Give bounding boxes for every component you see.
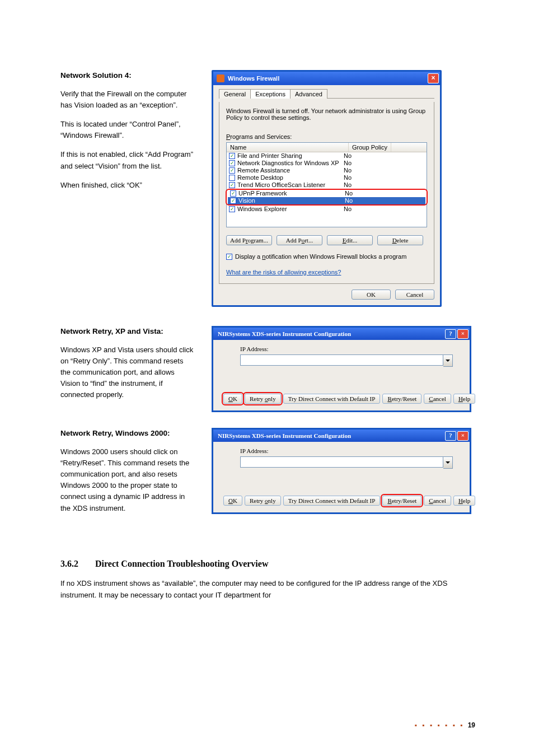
nir-config-dialog: NIRSystems XDS-series Instrument Configu… <box>212 428 471 514</box>
list-item-selected[interactable]: ✓VisionNo <box>228 197 425 204</box>
section-heading: 3.6.2Direct Connection Troubleshooting O… <box>60 557 475 571</box>
page-number: ▪ ▪ ▪ ▪ ▪ ▪ ▪ 19 <box>415 721 475 729</box>
close-icon[interactable]: × <box>457 329 469 339</box>
list-item[interactable]: ✓Trend Micro OfficeScan ListenerNo <box>227 181 427 189</box>
dialog-titlebar[interactable]: NIRSystems XDS-series Instrument Configu… <box>213 430 470 442</box>
dropdown-icon[interactable] <box>443 354 453 367</box>
list-label: Programs and Services: <box>226 133 427 140</box>
close-icon[interactable]: × <box>428 73 439 83</box>
ip-label: IP Address: <box>240 346 460 352</box>
help-button[interactable]: Help <box>453 394 475 404</box>
cancel-button[interactable]: Cancel <box>424 394 451 404</box>
para: If this is not enabled, click “Add Progr… <box>60 149 195 171</box>
dialog-title: NIRSystems XDS-series Instrument Configu… <box>218 432 351 439</box>
list-item[interactable]: ✓Remote AssistanceNo <box>227 167 427 174</box>
retry-reset-button[interactable]: Retry/Reset <box>382 394 421 404</box>
para: Windows 2000 users should click on “Retr… <box>60 446 195 514</box>
heading-net-sol-4: Network Solution 4: <box>60 70 195 82</box>
tab-advanced[interactable]: Advanced <box>290 89 327 99</box>
nir-config-dialog: NIRSystems XDS-series Instrument Configu… <box>212 326 471 412</box>
info-text: Windows Firewall is turned off. Your net… <box>226 108 427 121</box>
notify-label: Display a notification when Windows Fire… <box>235 253 406 260</box>
checkbox-icon[interactable]: ✓ <box>229 167 235 174</box>
help-icon[interactable]: ? <box>445 329 456 339</box>
checkbox-icon[interactable]: ✓ <box>230 190 236 197</box>
heading-retry-2000: Network Retry, Windows 2000: <box>60 428 195 440</box>
para: Verify that the Firewall on the computer… <box>60 88 195 111</box>
list-item[interactable]: Remote DesktopNo <box>227 174 427 181</box>
dropdown-icon[interactable] <box>443 456 453 469</box>
dialog-titlebar[interactable]: NIRSystems XDS-series Instrument Configu… <box>213 328 470 340</box>
para: If no XDS instrument shows as “available… <box>60 578 475 601</box>
direct-connect-button[interactable]: Try Direct Connect with Default IP <box>283 496 381 506</box>
checkbox-icon[interactable]: ✓ <box>229 182 235 188</box>
programs-list[interactable]: Name Group Policy ✓File and Printer Shar… <box>226 142 427 227</box>
help-icon[interactable]: ? <box>445 431 456 441</box>
windows-firewall-dialog: Windows Firewall × General Exceptions Ad… <box>212 70 442 307</box>
para: When finished, click “OK” <box>60 180 195 191</box>
checkbox-icon[interactable]: ✓ <box>229 206 235 212</box>
heading-retry-xp: Network Retry, XP and Vista: <box>60 326 195 338</box>
retry-reset-button[interactable]: Retry/Reset <box>382 496 421 506</box>
dialog-titlebar[interactable]: Windows Firewall × <box>213 72 440 85</box>
checkbox-icon[interactable]: ✓ <box>229 153 235 159</box>
checkbox-icon[interactable]: ✓ <box>229 160 235 166</box>
ok-button[interactable]: OK <box>352 290 391 300</box>
cancel-button[interactable]: Cancel <box>424 496 451 506</box>
retry-only-button[interactable]: Retry only <box>245 394 281 404</box>
help-button[interactable]: Help <box>453 496 475 506</box>
list-item[interactable]: ✓Network Diagnostics for Windows XPNo <box>227 160 427 167</box>
list-item[interactable]: ✓Windows ExplorerNo <box>227 206 427 213</box>
para: Windows XP and Vista users should click … <box>60 344 195 401</box>
list-item[interactable]: ✓File and Printer SharingNo <box>227 152 427 160</box>
checkbox-icon[interactable]: ✓ <box>230 198 236 204</box>
para: This is located under “Control Panel”, “… <box>60 119 195 141</box>
risks-link[interactable]: What are the risks of allowing exception… <box>226 269 427 276</box>
list-item[interactable]: ✓UPnP FrameworkNo <box>228 190 425 197</box>
checkbox-icon[interactable] <box>229 175 235 181</box>
ip-address-input[interactable] <box>240 354 443 366</box>
retry-only-button[interactable]: Retry only <box>245 496 281 506</box>
close-icon[interactable]: × <box>457 431 469 441</box>
dialog-title: NIRSystems XDS-series Instrument Configu… <box>218 330 351 337</box>
cancel-button[interactable]: Cancel <box>395 290 434 300</box>
ip-label: IP Address: <box>240 447 460 454</box>
tab-general[interactable]: General <box>219 89 251 99</box>
dialog-title: Windows Firewall <box>228 75 279 82</box>
ip-address-input[interactable] <box>240 456 443 468</box>
col-group-policy[interactable]: Group Policy <box>349 143 391 152</box>
delete-button[interactable]: Delete <box>377 235 423 245</box>
highlight-annotation: ✓UPnP FrameworkNo ✓VisionNo <box>226 189 428 206</box>
ok-button[interactable]: OK <box>223 496 242 506</box>
add-program-button[interactable]: Add Program... <box>226 235 272 245</box>
ok-button[interactable]: OK <box>223 394 242 404</box>
firewall-icon <box>217 74 224 82</box>
add-port-button[interactable]: Add Port... <box>277 235 322 245</box>
tab-exceptions[interactable]: Exceptions <box>250 89 291 99</box>
checkbox-icon[interactable]: ✓ <box>226 254 232 260</box>
direct-connect-button[interactable]: Try Direct Connect with Default IP <box>283 394 381 404</box>
col-name[interactable]: Name <box>227 143 349 152</box>
edit-button[interactable]: Edit... <box>327 235 373 245</box>
